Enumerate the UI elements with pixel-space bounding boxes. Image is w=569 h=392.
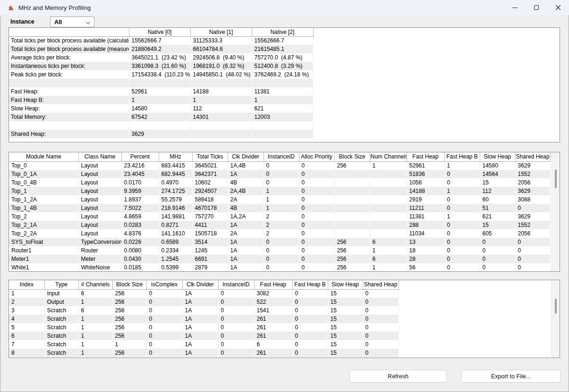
cell[interactable] — [334, 170, 370, 178]
cell[interactable]: Layout — [78, 161, 121, 170]
cell[interactable]: 261 — [254, 332, 292, 340]
cell[interactable]: 6 — [9, 332, 44, 340]
cell[interactable]: 0 — [444, 229, 480, 238]
cell[interactable]: 0 — [444, 221, 480, 229]
cell[interactable]: 0 — [263, 255, 299, 263]
cell[interactable]: 0 — [480, 255, 515, 263]
cell[interactable]: Top_2 — [9, 212, 78, 221]
cell[interactable]: 0 — [363, 315, 399, 323]
cell[interactable] — [252, 121, 313, 130]
cell[interactable]: 1A — [228, 170, 263, 178]
cell[interactable]: 1 — [263, 195, 299, 204]
cell[interactable]: 261 — [254, 349, 292, 357]
cell[interactable] — [334, 212, 370, 221]
cell[interactable]: 0 — [299, 221, 334, 229]
cell[interactable]: 6 — [78, 289, 112, 298]
cell[interactable] — [370, 221, 407, 229]
cell[interactable]: 1 — [370, 263, 407, 272]
cell[interactable]: 1 — [78, 315, 112, 323]
cell[interactable]: 0 — [444, 255, 480, 263]
cell[interactable]: 256 — [112, 306, 146, 315]
cell[interactable]: 2A — [228, 229, 263, 238]
cell[interactable]: 112 — [190, 104, 252, 113]
cell[interactable]: 605 — [480, 229, 515, 238]
cell[interactable]: 0 — [515, 246, 550, 255]
cell[interactable]: 218.9146 — [159, 204, 192, 212]
cell[interactable]: 56 — [407, 263, 444, 272]
cell[interactable]: 3629 — [515, 161, 550, 170]
cell[interactable] — [9, 121, 129, 130]
cell[interactable]: 0 — [146, 332, 182, 340]
cell[interactable]: 15 — [328, 349, 363, 357]
cell[interactable]: 3629 — [515, 212, 550, 221]
cell[interactable]: 0 — [299, 263, 334, 272]
cell[interactable]: Top_1_2A — [9, 195, 78, 204]
cell[interactable]: 15562666.7 — [252, 36, 313, 45]
cell[interactable]: Total ticks per block process available … — [9, 45, 129, 53]
cell[interactable]: 2A — [228, 195, 263, 204]
cell[interactable]: Top_1 — [9, 187, 78, 195]
cell[interactable]: SYS_toFloat — [9, 238, 78, 246]
cell[interactable]: 1 — [78, 340, 112, 349]
cell[interactable]: 21615485.1 — [252, 45, 313, 53]
cell[interactable]: 0 — [515, 255, 550, 263]
cell[interactable]: 0 — [263, 263, 299, 272]
cell[interactable]: WhiteNoise — [78, 263, 121, 272]
cell[interactable]: 1A — [182, 298, 218, 306]
cell[interactable]: 0 — [299, 238, 334, 246]
cell[interactable]: 0 — [363, 298, 399, 306]
cell[interactable] — [334, 195, 370, 204]
cell[interactable]: 11381 — [252, 87, 313, 96]
cell[interactable]: 0 — [299, 161, 334, 170]
cell[interactable]: 0 — [146, 340, 182, 349]
minimize-button[interactable] — [504, 0, 526, 15]
cell[interactable]: 1 — [444, 212, 480, 221]
cell[interactable]: 141.1610 — [159, 229, 192, 238]
cell[interactable]: 17154338.4 (110.23 %) — [129, 70, 190, 79]
cell[interactable]: 512400.8 (3.29 %) — [252, 62, 313, 70]
cell[interactable]: 3642371 — [192, 170, 228, 178]
cell[interactable]: 112 — [480, 187, 515, 195]
cell[interactable]: 14188 — [190, 87, 252, 96]
cell[interactable]: 0 — [218, 298, 254, 306]
cell[interactable]: 1 — [78, 298, 112, 306]
cell[interactable]: 1A — [228, 221, 263, 229]
cell[interactable]: 1 — [190, 96, 252, 104]
cell[interactable]: 0 — [480, 238, 515, 246]
cell[interactable]: 3629 — [515, 187, 550, 195]
cell[interactable] — [370, 212, 407, 221]
cell[interactable]: 15 — [328, 340, 363, 349]
cell[interactable]: 6691 — [192, 255, 228, 263]
cell[interactable]: 0.0283 — [121, 221, 159, 229]
cell[interactable] — [9, 79, 129, 87]
cell[interactable]: 3645021.1 (23.42 %) — [129, 53, 190, 62]
cell[interactable]: 0 — [146, 306, 182, 315]
cell[interactable]: 256 — [334, 238, 370, 246]
cell[interactable]: 51836 — [407, 170, 444, 178]
cell[interactable]: 1A — [182, 323, 218, 332]
cell[interactable]: 6 — [254, 340, 292, 349]
cell[interactable]: Top_0 — [9, 161, 78, 170]
cell[interactable]: White1 — [9, 263, 78, 272]
cell[interactable]: 1552 — [515, 221, 550, 229]
cell[interactable]: 1245 — [192, 246, 228, 255]
cell[interactable]: 28 — [407, 255, 444, 263]
cell[interactable]: Top_1_4B — [9, 204, 78, 212]
cell[interactable]: 2 — [9, 298, 44, 306]
cell[interactable]: 0 — [444, 195, 480, 204]
cell[interactable]: 0 — [299, 212, 334, 221]
cell[interactable]: 589418 — [192, 195, 228, 204]
cell[interactable]: 21880649.2 — [129, 45, 190, 53]
cell[interactable]: 1A,4B — [228, 161, 263, 170]
cell[interactable]: 15 — [328, 332, 363, 340]
cell[interactable]: 10602 — [192, 178, 228, 187]
cell[interactable]: 3762469.2 (24.18 %) — [252, 70, 313, 79]
cell[interactable]: 15 — [328, 315, 363, 323]
cell[interactable]: 0 — [444, 246, 480, 255]
cell[interactable]: 0 — [299, 187, 334, 195]
cell[interactable]: Scratch — [44, 306, 78, 315]
cell[interactable]: 0.0080 — [121, 246, 159, 255]
cell[interactable]: 1A — [228, 246, 263, 255]
cell[interactable]: Fast Heap B: — [9, 96, 129, 104]
cell[interactable]: 52961 — [407, 161, 444, 170]
